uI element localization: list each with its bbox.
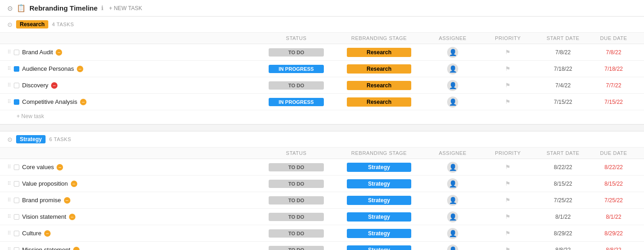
- task-name[interactable]: Brand Audit: [22, 49, 53, 56]
- task-name[interactable]: Competitive Analysis: [22, 98, 77, 105]
- flag-icon: ⚑: [505, 180, 511, 187]
- task-name[interactable]: Brand promise: [22, 197, 61, 204]
- table-row: ⠿ Brand Audit – TO DO Research 👤 ⚑ 7/8/2…: [0, 44, 644, 61]
- status-badge: TO DO: [269, 81, 324, 90]
- priority-cell: ⚑: [480, 49, 535, 56]
- col-priority: PRIORITY: [480, 34, 535, 42]
- assignee-cell: 👤: [425, 178, 480, 189]
- status-cell: IN PROGRESS: [259, 65, 333, 73]
- stage-badge: Strategy: [347, 196, 411, 205]
- drag-handle[interactable]: ⠿: [7, 66, 11, 72]
- task-checkbox[interactable]: [14, 198, 19, 203]
- start-date-cell: 8/8/22: [535, 247, 591, 250]
- stage-cell: Research: [333, 97, 425, 107]
- assignee-cell: 👤: [425, 195, 480, 206]
- status-cell: TO DO: [259, 196, 333, 205]
- drag-handle[interactable]: ⠿: [7, 197, 11, 203]
- drag-handle[interactable]: ⠿: [7, 214, 11, 220]
- status-indicator-icon: –: [57, 164, 63, 170]
- avatar: 👤: [447, 244, 458, 250]
- task-checkbox[interactable]: [14, 214, 19, 220]
- task-name-cell: ⠿ Value proposition –: [7, 177, 259, 190]
- task-checkbox[interactable]: [14, 50, 19, 55]
- priority-cell: ⚑: [480, 180, 535, 187]
- strategy-tag: Strategy: [16, 135, 46, 143]
- avatar: 👤: [447, 195, 458, 206]
- task-name-cell: ⠿ Mission statement –: [7, 244, 259, 250]
- priority-cell: ⚑: [480, 65, 535, 72]
- task-name-cell: ⠿ Brand Audit –: [7, 46, 259, 58]
- drag-handle[interactable]: ⠿: [7, 49, 11, 55]
- col-assignee: ASSIGNEE: [425, 34, 480, 42]
- drag-handle[interactable]: ⠿: [7, 230, 11, 236]
- drag-handle[interactable]: ⠿: [7, 247, 11, 250]
- task-checkbox[interactable]: [14, 231, 19, 236]
- task-checkbox[interactable]: [14, 165, 19, 170]
- stage-cell: Strategy: [333, 163, 425, 172]
- flag-icon: ⚑: [505, 213, 511, 220]
- priority-cell: ⚑: [480, 246, 535, 250]
- status-badge: TO DO: [269, 163, 324, 171]
- strategy-columns-header: STATUS REBRANDING STAGE ASSIGNEE PRIORIT…: [0, 148, 644, 159]
- col-start-date: START DATE: [535, 34, 591, 42]
- avatar: 👤: [447, 162, 458, 173]
- new-task-button[interactable]: + NEW TASK: [109, 5, 142, 11]
- task-name[interactable]: Culture: [22, 230, 41, 237]
- table-row: ⠿ Competitive Analysis – IN PROGRESS Res…: [0, 94, 644, 110]
- start-date-cell: 8/22/22: [535, 164, 591, 170]
- table-row: ⠿ Discovery – TO DO Research 👤 ⚑ 7/4/22 …: [0, 77, 644, 94]
- task-checkbox[interactable]: [14, 181, 19, 187]
- task-name[interactable]: Discovery: [22, 82, 48, 89]
- col-due-date: DUE DATE: [591, 149, 637, 157]
- task-name[interactable]: Value proposition: [22, 180, 68, 187]
- stage-badge: Research: [347, 64, 411, 74]
- start-date-cell: 8/1/22: [535, 214, 591, 220]
- drag-handle[interactable]: ⠿: [7, 99, 11, 105]
- task-checkbox[interactable]: [14, 99, 19, 105]
- status-badge: TO DO: [269, 246, 324, 250]
- task-checkbox[interactable]: [14, 247, 19, 250]
- header-chevron[interactable]: ⊙: [7, 5, 13, 12]
- task-name[interactable]: Core values: [22, 164, 54, 170]
- due-date-cell: 7/8/22: [591, 49, 637, 56]
- col-due-date: DUE DATE: [591, 34, 637, 42]
- flag-icon: ⚑: [505, 49, 511, 56]
- stage-badge: Research: [347, 48, 411, 57]
- assignee-cell: 👤: [425, 80, 480, 91]
- status-indicator-icon: –: [44, 230, 51, 237]
- research-section-header: ⊙ Research 4 TASKS: [0, 17, 644, 33]
- task-name[interactable]: Mission statement: [22, 246, 70, 250]
- task-checkbox[interactable]: [14, 66, 19, 72]
- table-row: ⠿ Culture – TO DO Strategy 👤 ⚑ 8/29/22 8…: [0, 225, 644, 242]
- due-date-cell: 8/29/22: [591, 230, 637, 237]
- strategy-section: ⊙ Strategy 6 TASKS STATUS REBRANDING STA…: [0, 131, 644, 250]
- avatar: 👤: [447, 80, 458, 91]
- start-date-cell: 7/4/22: [535, 82, 591, 89]
- priority-cell: ⚑: [480, 197, 535, 204]
- status-cell: TO DO: [259, 180, 333, 188]
- research-tag: Research: [16, 20, 48, 28]
- strategy-task-count: 6 TASKS: [49, 136, 71, 142]
- research-chevron[interactable]: ⊙: [7, 21, 12, 28]
- stage-cell: Research: [333, 81, 425, 90]
- avatar: 👤: [447, 97, 458, 108]
- status-badge: IN PROGRESS: [269, 98, 324, 106]
- due-date-cell: 8/8/22: [591, 247, 637, 250]
- avatar: 👤: [447, 228, 458, 239]
- drag-handle[interactable]: ⠿: [7, 181, 11, 187]
- drag-handle[interactable]: ⠿: [7, 164, 11, 170]
- info-icon[interactable]: ℹ: [101, 5, 104, 11]
- task-name[interactable]: Vision statement: [22, 213, 66, 220]
- assignee-cell: 👤: [425, 63, 480, 74]
- strategy-chevron[interactable]: ⊙: [7, 136, 12, 143]
- main-page: ⊙ 📋 Rebranding Timeline ℹ + NEW TASK ⊙ R…: [0, 0, 644, 250]
- research-new-task[interactable]: + New task: [0, 110, 644, 124]
- due-date-cell: 7/25/22: [591, 197, 637, 204]
- task-checkbox[interactable]: [14, 83, 19, 88]
- task-name[interactable]: Audience Personas: [22, 65, 74, 72]
- strategy-section-header: ⊙ Strategy 6 TASKS: [0, 131, 644, 148]
- flag-icon: ⚑: [505, 197, 511, 204]
- start-date-cell: 8/15/22: [535, 181, 591, 187]
- drag-handle[interactable]: ⠿: [7, 82, 11, 88]
- task-name-cell: ⠿ Audience Personas –: [7, 62, 259, 75]
